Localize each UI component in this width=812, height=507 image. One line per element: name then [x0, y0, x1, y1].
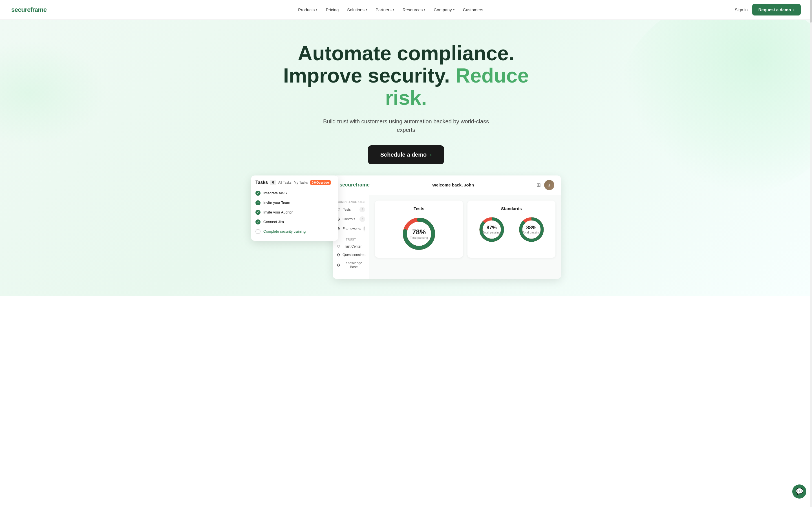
logo-green: frame [31, 6, 47, 13]
tests-donut: 78% Total passing [380, 216, 457, 252]
sidebar-item-knowledge-base[interactable]: ⚙ Knowledge Base [333, 259, 369, 271]
hero-headline: Automate compliance. Improve security. R… [279, 42, 533, 109]
knowledge-base-icon: ⚙ [337, 263, 340, 267]
nav-links: Products ▾ Pricing Solutions ▾ Partners … [295, 5, 487, 14]
standard2-donut: 88% Total passing [513, 216, 550, 244]
task-item: ✓ Invite your Auditor [251, 208, 338, 217]
dash-logo: secureframe [340, 182, 370, 188]
dash-cards: Tests 78% Total passin [375, 201, 555, 258]
standard2-sub: Total passing [522, 231, 540, 234]
grid-icon: ⊞ [537, 182, 541, 188]
nav-right: Sign in Request a demo › [735, 4, 801, 15]
nav-resources[interactable]: Resources ▾ [399, 5, 429, 14]
standards-card: Standards [467, 201, 555, 258]
task-check-empty-icon [255, 229, 260, 234]
standard-mini-card-1: 87% Total passing [473, 216, 510, 244]
standard2-center: 88% Total passing [522, 225, 540, 234]
avatar-initials: J [548, 183, 550, 187]
tasks-count: 6 [270, 180, 276, 185]
task-check-icon: ✓ [255, 219, 260, 224]
tests-percent: 78% [410, 228, 428, 236]
task-item: ✓ Integrate AWS [251, 188, 338, 198]
main-dashboard: secureframe Welcome back, John ⊞ J Compl… [333, 175, 561, 279]
standard1-donut: 87% Total passing [473, 216, 510, 244]
dashboard-preview: Tasks 6 All Tasks My Tasks 0 0 Overdue ✓… [251, 175, 561, 279]
controls-badge: ! [359, 216, 365, 222]
dash-header: secureframe Welcome back, John ⊞ J [333, 175, 561, 195]
standards-card-title: Standards [473, 206, 550, 211]
tests-donut-center: 78% Total passing [410, 228, 428, 239]
arrow-right-icon: › [430, 152, 432, 158]
tests-card: Tests 78% Total passin [375, 201, 463, 258]
sidebar-item-questionnaires[interactable]: ⚙ Questionnaires [333, 251, 369, 259]
schedule-demo-button[interactable]: Schedule a demo › [368, 145, 444, 164]
dash-welcome: Welcome back, John [432, 182, 474, 187]
standards-mini-cards: 87% Total passing [473, 216, 550, 244]
standard2-percent: 88% [522, 225, 540, 231]
logo: secureframe [11, 6, 47, 13]
overdue-badge: 0 0 Overdue [310, 180, 331, 185]
navbar: secureframe Products ▾ Pricing Solutions… [0, 0, 812, 20]
trust-center-icon: 🛡 [337, 244, 341, 249]
dash-body: Compliance 100% 🛡 Tests ! ⚙ Controls ! [333, 195, 561, 279]
nav-customers[interactable]: Customers [460, 5, 487, 14]
hero-bg-shape2 [0, 37, 113, 149]
chevron-down-icon: ▾ [393, 8, 394, 11]
sign-in-link[interactable]: Sign in [735, 7, 748, 12]
all-tasks-filter[interactable]: All Tasks [278, 180, 292, 184]
dash-icons: ⊞ J [537, 180, 554, 190]
task-label: Connect Jira [263, 220, 284, 224]
tasks-title: Tasks [255, 180, 268, 185]
task-item: ✓ Invite your Team [251, 198, 338, 208]
nav-company[interactable]: Company ▾ [430, 5, 458, 14]
standard-mini-card-2: 88% Total passing [513, 216, 550, 244]
request-demo-button[interactable]: Request a demo › [752, 4, 801, 15]
avatar: J [544, 180, 554, 190]
nav-pricing[interactable]: Pricing [322, 5, 342, 14]
scrollbar-thumb[interactable] [810, 0, 812, 22]
tests-card-title: Tests [380, 206, 457, 211]
sidebar-item-trust-center[interactable]: 🛡 Trust Center [333, 242, 369, 251]
chevron-down-icon: ▾ [316, 8, 317, 11]
scrollbar[interactable] [810, 0, 812, 296]
hero-line2-black: Improve security. [283, 64, 455, 87]
tasks-panel: Tasks 6 All Tasks My Tasks 0 0 Overdue ✓… [251, 175, 338, 241]
task-label: Invite your Auditor [263, 210, 293, 214]
task-check-icon: ✓ [255, 191, 260, 196]
tasks-header: Tasks 6 All Tasks My Tasks 0 0 Overdue [251, 180, 338, 188]
chevron-down-icon: ▾ [453, 8, 455, 11]
trust-section: Trust 🛡 Trust Center ⚙ Questionnaires ⚙ … [333, 237, 369, 271]
task-label: Complete security training [263, 229, 306, 233]
chevron-down-icon: ▾ [366, 8, 367, 11]
task-label: Integrate AWS [263, 191, 287, 195]
task-check-icon: ✓ [255, 210, 260, 215]
hero-subtitle: Build trust with customers using automat… [321, 117, 491, 134]
hero-section: Automate compliance. Improve security. R… [0, 20, 812, 296]
standard1-percent: 87% [483, 225, 500, 231]
hero-line1: Automate compliance. [298, 42, 514, 64]
task-check-icon: ✓ [255, 200, 260, 205]
standard1-center: 87% Total passing [483, 225, 500, 234]
tasks-filters: All Tasks My Tasks 0 0 Overdue [278, 180, 331, 185]
hero-bg-shape [620, 20, 812, 194]
nav-products[interactable]: Products ▾ [295, 5, 320, 14]
tests-badge: ! [359, 207, 365, 212]
logo-black: secure [11, 6, 31, 13]
chevron-down-icon: ▾ [424, 8, 425, 11]
task-item: Complete security training [251, 227, 338, 236]
nav-solutions[interactable]: Solutions ▾ [344, 5, 370, 14]
tests-sub: Total passing [410, 236, 428, 239]
task-item: ✓ Connect Jira [251, 217, 338, 227]
my-tasks-filter[interactable]: My Tasks [294, 180, 308, 184]
dash-content: Tests 78% Total passin [369, 195, 561, 279]
arrow-icon: › [794, 8, 795, 12]
nav-partners[interactable]: Partners ▾ [372, 5, 398, 14]
frameworks-badge: ! [363, 226, 365, 231]
standard1-sub: Total passing [483, 231, 500, 234]
questionnaires-icon: ⚙ [337, 252, 340, 257]
task-label: Invite your Team [263, 201, 290, 205]
